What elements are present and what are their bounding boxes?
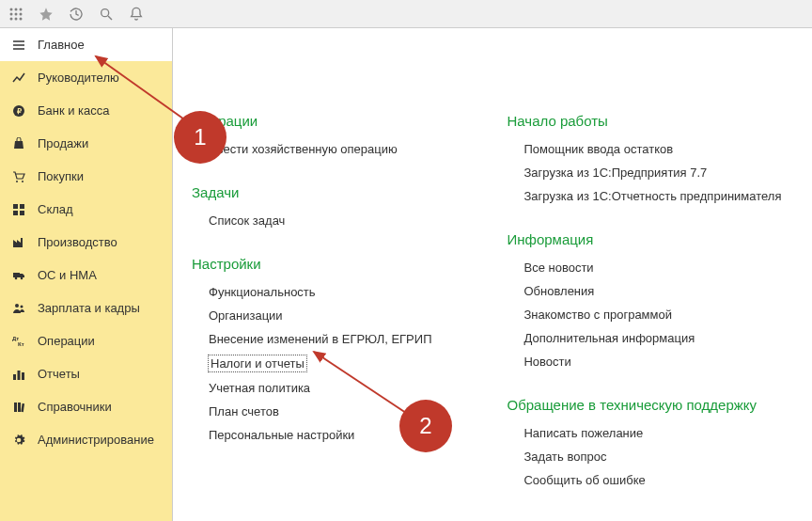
sidebar-item-label: Зарплата и кадры [38,301,140,315]
link-news[interactable]: Новости [523,355,781,369]
boxes-icon [11,202,26,217]
books-icon [11,400,26,415]
people-icon [11,301,26,316]
svg-rect-16 [20,204,24,209]
sidebar-item-references[interactable]: Справочники [0,390,172,423]
svg-text:₽: ₽ [17,107,22,116]
svg-point-1 [15,8,18,10]
sidebar-item-production[interactable]: Производство [0,226,172,259]
search-icon[interactable] [98,6,115,23]
svg-point-7 [15,17,18,20]
svg-point-0 [10,8,13,10]
svg-rect-17 [13,211,18,215]
svg-rect-30 [18,403,21,412]
section-support[interactable]: Обращение в техническую поддержку [507,397,781,413]
sidebar-item-label: ОС и НМА [38,268,97,282]
annotation-circle-2: 2 [399,400,452,452]
svg-text:Кт: Кт [18,341,24,347]
svg-rect-18 [20,211,24,215]
star-icon[interactable] [38,6,55,23]
svg-point-2 [20,8,23,10]
section-getting-started[interactable]: Начало работы [507,113,781,129]
link-all-news[interactable]: Все новости [523,260,781,275]
sidebar-item-label: Производство [38,235,117,249]
link-load-77[interactable]: Загрузка из 1С:Предприятия 7.7 [523,166,781,180]
sidebar-item-label: Склад [38,202,73,216]
link-additional-info[interactable]: Дополнительная информация [523,331,781,345]
link-accounting-policy[interactable]: Учетная политика [209,381,431,395]
history-icon[interactable] [68,6,85,23]
link-load-reporting[interactable]: Загрузка из 1С:Отчетность предпринимател… [523,189,781,203]
bag-icon [11,136,26,151]
sidebar-item-label: Администрирование [38,433,154,447]
sidebar-item-payroll[interactable]: Зарплата и кадры [0,292,172,324]
bell-icon[interactable] [128,6,145,23]
link-enter-operation[interactable]: Ввести хозяйственную операцию [209,142,431,156]
gear-icon [11,433,26,448]
link-taxes-reports[interactable]: Налоги и отчеты [209,355,306,371]
column-left: Операции Ввести хозяйственную операцию З… [192,113,431,502]
sidebar-item-assets[interactable]: ОС и НМА [0,259,172,292]
cart-icon [11,169,26,184]
section-information[interactable]: Информация [507,231,781,247]
svg-point-20 [15,276,18,279]
section-operations[interactable]: Операции [192,113,431,129]
link-organizations[interactable]: Организации [209,308,431,323]
svg-point-8 [20,17,23,20]
sidebar-item-reports[interactable]: Отчеты [0,357,172,390]
sidebar-item-label: Отчеты [38,367,80,381]
section-settings[interactable]: Настройки [192,256,431,272]
svg-rect-15 [13,204,18,209]
sidebar-item-label: Главное [38,38,85,52]
sidebar-item-label: Операции [38,334,95,348]
svg-point-4 [15,12,18,15]
svg-point-21 [21,276,23,279]
link-egrul[interactable]: Внесение изменений в ЕГРЮЛ, ЕГРИП [209,332,431,346]
truck-icon [11,268,26,283]
svg-rect-27 [18,371,21,380]
dtkt-icon: ДтКт [11,334,26,349]
sidebar: Главное Руководителю ₽ Банк и касса Прод… [0,28,173,521]
sidebar-item-admin[interactable]: Администрирование [0,423,172,456]
svg-point-22 [15,304,19,308]
annotation-label: 1 [194,124,206,150]
svg-line-10 [108,16,112,20]
link-task-list[interactable]: Список задач [209,213,431,228]
sidebar-item-purchases[interactable]: Покупки [0,160,172,193]
link-about-program[interactable]: Знакомство с программой [523,308,781,322]
sidebar-item-main[interactable]: Главное [0,28,172,61]
svg-rect-19 [13,273,20,277]
sidebar-item-sales[interactable]: Продажи [0,127,172,160]
sidebar-item-label: Продажи [38,136,88,150]
link-chart-accounts[interactable]: План счетов [209,404,431,418]
svg-rect-26 [13,374,16,380]
main-content: Операции Ввести хозяйственную операцию З… [173,28,812,521]
sidebar-item-manager[interactable]: Руководителю [0,61,172,94]
svg-point-3 [10,12,13,15]
column-right: Начало работы Помощник ввода остатков За… [507,113,781,502]
link-functionality[interactable]: Функциональность [209,285,431,299]
link-write-wish[interactable]: Написать пожелание [523,426,781,440]
svg-rect-31 [21,403,24,411]
annotation-label: 2 [419,413,431,439]
sidebar-item-label: Справочники [38,400,112,414]
svg-rect-28 [22,372,24,380]
section-tasks[interactable]: Задачи [192,184,431,200]
sidebar-item-bank[interactable]: ₽ Банк и касса [0,94,172,127]
link-personal-settings[interactable]: Персональные настройки [209,428,431,442]
sidebar-item-warehouse[interactable]: Склад [0,193,172,226]
link-ask-question[interactable]: Задать вопрос [523,450,781,464]
bars-icon [11,367,26,382]
svg-point-9 [102,8,109,16]
sidebar-item-label: Банк и касса [38,103,110,118]
link-updates[interactable]: Обновления [523,284,781,298]
link-report-error[interactable]: Сообщить об ошибке [523,473,781,487]
sidebar-item-operations[interactable]: ДтКт Операции [0,324,172,357]
svg-point-5 [20,12,23,15]
menu-icon [11,38,26,53]
top-toolbar [0,0,812,28]
svg-point-13 [16,181,18,182]
ruble-icon: ₽ [11,103,26,118]
apps-icon[interactable] [8,6,24,23]
link-balance-helper[interactable]: Помощник ввода остатков [523,142,781,156]
